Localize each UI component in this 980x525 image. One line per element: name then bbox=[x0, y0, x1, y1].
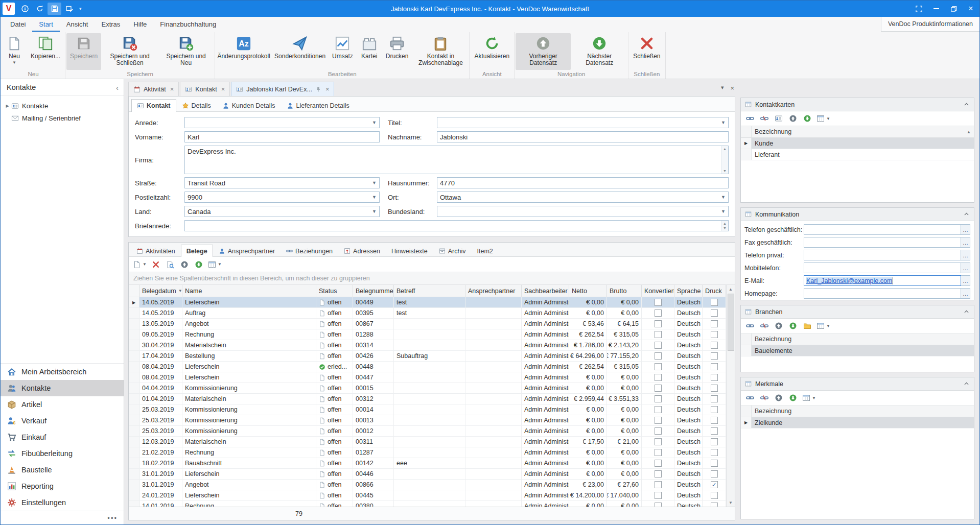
document-row[interactable]: 08.04.2019Lieferscheinoffen00447Admin Ad… bbox=[129, 372, 726, 383]
tree-item-mailing-serienbrief[interactable]: Mailing / Serienbrief bbox=[1, 112, 124, 124]
kontaktkarten-row[interactable]: ▶ Kunde bbox=[741, 138, 974, 149]
document-row[interactable]: 14.05.2019Auftragoffen00395testAdmin Adm… bbox=[129, 308, 726, 319]
druck-checkbox[interactable] bbox=[711, 352, 718, 360]
document-row[interactable]: ▶14.05.2019Lieferscheinoffen00449testAdm… bbox=[129, 297, 726, 308]
konvertiert-checkbox[interactable] bbox=[655, 503, 662, 507]
ribbon-button-speichern[interactable]: Speichern bbox=[66, 33, 101, 70]
belege-tab-archiv[interactable]: Archiv bbox=[433, 245, 472, 257]
tree-item-kontakte[interactable]: ▶ Kontakte bbox=[1, 100, 124, 112]
scrollbar[interactable]: ▲▼ bbox=[721, 146, 728, 174]
konvertiert-checkbox[interactable] bbox=[655, 374, 662, 381]
konvertiert-checkbox[interactable] bbox=[655, 395, 662, 402]
move-up-button[interactable] bbox=[786, 112, 800, 125]
move-up-button[interactable] bbox=[772, 392, 785, 404]
collapse-icon[interactable] bbox=[963, 211, 970, 218]
sidebar-item-kontakte[interactable]: Kontakte bbox=[1, 380, 124, 396]
form-tab-details[interactable]: Details bbox=[176, 99, 217, 112]
unlink-button[interactable] bbox=[758, 392, 771, 404]
ribbon-tab-ansicht[interactable]: Ansicht bbox=[60, 17, 95, 32]
document-row[interactable]: 25.03.2019Kommissionierungoffen00013Admi… bbox=[129, 415, 726, 426]
ort-combo[interactable]: Ottawa▼ bbox=[437, 192, 729, 203]
druck-checkbox[interactable] bbox=[711, 438, 718, 445]
document-row[interactable]: 08.04.2019Lieferscheinerled...00448Admin… bbox=[129, 362, 726, 372]
bundesland-combo[interactable]: ▼ bbox=[437, 206, 729, 217]
collapse-icon[interactable] bbox=[963, 308, 970, 315]
column-header-netto[interactable]: Netto bbox=[569, 285, 607, 297]
ellipsis-button[interactable]: … bbox=[961, 262, 970, 273]
column-header-bezeichnung[interactable]: Bezeichnung bbox=[741, 405, 974, 417]
ribbon-button-aktualisieren[interactable]: Aktualisieren bbox=[471, 33, 513, 70]
konvertiert-checkbox[interactable] bbox=[655, 309, 662, 317]
column-header-belegnummer[interactable]: Belegnummer bbox=[353, 285, 394, 297]
document-row[interactable]: 31.01.2019Angebotoffen00866Admin Adminis… bbox=[129, 480, 726, 490]
move-down-button[interactable] bbox=[801, 112, 814, 125]
firma-textarea[interactable]: DevExpress Inc. ▲▼ bbox=[184, 146, 729, 174]
collapse-icon[interactable] bbox=[963, 101, 970, 108]
minimize-button[interactable] bbox=[927, 1, 945, 17]
unlink-button[interactable] bbox=[758, 320, 771, 332]
belege-tab-beziehungen[interactable]: Beziehungen bbox=[281, 245, 338, 257]
column-header-sprache[interactable]: Sprache bbox=[674, 285, 703, 297]
druck-checkbox[interactable] bbox=[711, 417, 718, 424]
refresh-icon[interactable] bbox=[33, 3, 46, 15]
konvertiert-checkbox[interactable] bbox=[655, 438, 662, 445]
column-header-druck[interactable]: Druck bbox=[703, 285, 726, 297]
column-header-betreff[interactable]: Betreff bbox=[394, 285, 465, 297]
konvertiert-checkbox[interactable] bbox=[655, 460, 662, 467]
ribbon-button-sonderkonditionen[interactable]: Sonderkonditionen bbox=[272, 33, 328, 70]
quick-access-dropdown-icon[interactable]: ▾ bbox=[79, 6, 82, 11]
ellipsis-button[interactable]: … bbox=[961, 224, 970, 235]
restore-button[interactable] bbox=[945, 1, 962, 17]
form-tab-kunden-details[interactable]: Kunden Details bbox=[217, 99, 281, 112]
column-header-belegdatum[interactable]: Belegdatum ▼ bbox=[139, 285, 182, 297]
merkmale-row[interactable]: ▶ Zielkunde bbox=[741, 417, 974, 428]
chevron-down-icon[interactable]: ▼ bbox=[719, 195, 726, 200]
ribbon-tab-extras[interactable]: Extras bbox=[95, 17, 127, 32]
kontaktkarten-row[interactable]: Lieferant bbox=[741, 149, 974, 160]
konvertiert-checkbox[interactable] bbox=[655, 417, 662, 424]
edit-window-icon[interactable] bbox=[62, 3, 76, 15]
column-header-name[interactable]: Name bbox=[182, 285, 316, 297]
close-tab-icon[interactable]: × bbox=[221, 85, 225, 93]
column-header-sachbearbeiter[interactable]: Sachbearbeiter bbox=[522, 285, 569, 297]
link-button[interactable] bbox=[743, 112, 757, 125]
layout-button[interactable]: ▼ bbox=[801, 392, 818, 404]
sidebar-item-mein-arbeitsbereich[interactable]: Mein Arbeitsbereich bbox=[1, 364, 124, 380]
chevron-down-icon[interactable]: ▼ bbox=[370, 195, 377, 200]
ellipsis-button[interactable]: … bbox=[961, 288, 970, 299]
product-info-button[interactable]: VenDoc Produktinformationen bbox=[881, 17, 979, 32]
chevron-down-icon[interactable]: ▼ bbox=[370, 120, 377, 125]
briefanrede-input[interactable]: ▲▼ bbox=[184, 220, 729, 231]
strasse-combo[interactable]: Transit Road▼ bbox=[184, 177, 380, 188]
new-document-button[interactable]: ▼ bbox=[131, 258, 148, 271]
druck-checkbox[interactable] bbox=[711, 374, 718, 381]
kontaktkarten-header[interactable]: Kontaktkarten bbox=[741, 98, 974, 111]
konvertiert-checkbox[interactable] bbox=[655, 299, 662, 306]
ribbon-button-nächster-datensatz[interactable]: Nächster Datensatz bbox=[572, 33, 627, 70]
belege-tab-belege[interactable]: Belege bbox=[181, 245, 213, 257]
nachname-input[interactable]: Jablonski bbox=[437, 131, 729, 142]
document-row[interactable]: 12.03.2019Materialscheinoffen00311Admin … bbox=[129, 437, 726, 447]
sidebar-overflow-button[interactable]: ••• bbox=[107, 514, 118, 522]
folder-button[interactable] bbox=[801, 320, 814, 332]
document-tab-kontakt[interactable]: Kontakt × bbox=[180, 82, 230, 96]
document-row[interactable]: 13.05.2019Angebotoffen00867Admin Adminis… bbox=[129, 319, 726, 329]
konvertiert-checkbox[interactable] bbox=[655, 406, 662, 413]
scrollbar-thumb[interactable] bbox=[728, 294, 734, 351]
vorname-input[interactable]: Karl bbox=[184, 131, 380, 142]
layout-button[interactable]: ▼ bbox=[815, 112, 832, 125]
document-row[interactable]: 04.04.2019Kommissionierungoffen00015Admi… bbox=[129, 383, 726, 394]
ribbon-button-drucken[interactable]: Drucken bbox=[382, 33, 412, 70]
ellipsis-button[interactable]: … bbox=[961, 275, 970, 286]
layout-button[interactable]: ▼ bbox=[815, 320, 832, 332]
merkmale-header[interactable]: Merkmale bbox=[741, 377, 974, 391]
column-header-status[interactable]: Status bbox=[316, 285, 353, 297]
column-header-bezeichnung[interactable]: Bezeichnung bbox=[741, 333, 974, 345]
ribbon-button-speichern-und-schließen[interactable]: Speichern und Schließen bbox=[102, 33, 157, 70]
konvertiert-checkbox[interactable] bbox=[655, 363, 662, 370]
ellipsis-button[interactable]: … bbox=[961, 237, 970, 248]
info-icon[interactable] bbox=[18, 3, 32, 15]
ribbon-button-kontakt-in-zwischenablage[interactable]: Kontakt in Zwischenablage bbox=[413, 33, 468, 70]
link-button[interactable] bbox=[743, 320, 757, 332]
konvertiert-checkbox[interactable] bbox=[655, 385, 662, 392]
